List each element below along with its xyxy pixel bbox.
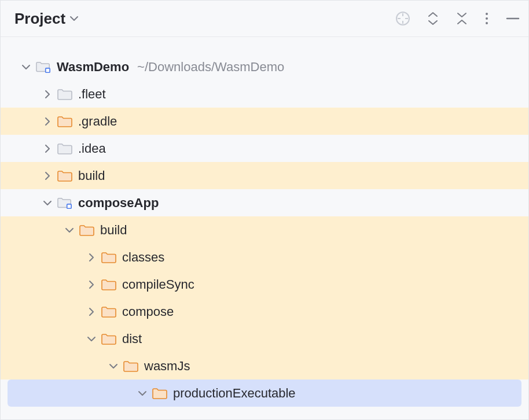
chevron-down-icon[interactable] <box>20 61 32 73</box>
node-label: dist <box>122 331 142 347</box>
folder-icon <box>123 360 138 373</box>
chevron-down-icon[interactable] <box>85 333 98 345</box>
hide-panel-icon[interactable] <box>505 11 520 26</box>
tree-node-compilesync[interactable]: compileSync <box>1 271 528 298</box>
svg-point-7 <box>486 17 488 20</box>
tree-node-composeapp[interactable]: composeApp <box>1 189 528 216</box>
node-label: compose <box>122 304 174 319</box>
folder-icon <box>101 251 116 264</box>
node-label: build <box>100 223 127 238</box>
folder-icon <box>57 88 72 101</box>
svg-point-8 <box>486 22 488 24</box>
tree-node-dist[interactable]: dist <box>1 325 528 352</box>
folder-icon <box>101 333 116 345</box>
chevron-right-icon[interactable] <box>41 88 54 101</box>
node-label: productionExecutable <box>173 386 296 401</box>
chevron-right-icon[interactable] <box>85 251 98 264</box>
node-label: build <box>78 168 105 183</box>
module-folder-icon <box>57 197 72 209</box>
project-tree: WasmDemo ~/Downloads/WasmDemo .fleet .gr… <box>1 37 528 410</box>
chevron-down-icon[interactable] <box>136 387 149 400</box>
view-selector-dropdown[interactable] <box>69 13 79 24</box>
folder-icon <box>57 142 72 155</box>
chevron-down-icon[interactable] <box>107 360 120 373</box>
folder-icon <box>79 224 94 237</box>
tree-node-composeapp-build[interactable]: build <box>1 216 528 244</box>
chevron-right-icon[interactable] <box>41 142 54 155</box>
tree-node-build-top[interactable]: build <box>1 162 528 189</box>
svg-point-6 <box>486 13 488 15</box>
tree-node-gradle[interactable]: .gradle <box>1 108 528 135</box>
folder-icon <box>101 278 116 291</box>
chevron-down-icon[interactable] <box>63 224 76 237</box>
expand-all-icon[interactable] <box>427 11 439 26</box>
chevron-down-icon[interactable] <box>41 197 54 209</box>
node-label: composeApp <box>78 196 159 211</box>
module-folder-icon <box>36 61 51 73</box>
node-label: classes <box>122 250 164 265</box>
chevron-right-icon[interactable] <box>41 115 54 128</box>
node-label: .idea <box>78 141 106 156</box>
chevron-right-icon[interactable] <box>41 170 54 182</box>
folder-icon <box>152 387 167 400</box>
node-label: WasmDemo <box>57 60 129 75</box>
tree-node-root[interactable]: WasmDemo ~/Downloads/WasmDemo <box>1 53 528 80</box>
tree-node-idea[interactable]: .idea <box>1 135 528 162</box>
node-label: wasmJs <box>144 359 190 374</box>
tree-node-wasmjs[interactable]: wasmJs <box>1 352 528 380</box>
tree-node-productionexecutable[interactable]: productionExecutable <box>8 380 521 407</box>
collapse-all-icon[interactable] <box>455 11 468 26</box>
header-actions <box>395 11 520 26</box>
tree-node-classes[interactable]: classes <box>1 244 528 271</box>
folder-icon <box>57 115 72 128</box>
tree-node-compose[interactable]: compose <box>1 298 528 325</box>
folder-icon <box>57 170 72 182</box>
tree-node-fleet[interactable]: .fleet <box>1 80 528 108</box>
select-opened-file-icon[interactable] <box>395 11 410 26</box>
node-label: .fleet <box>78 87 106 102</box>
more-options-icon[interactable] <box>484 11 489 26</box>
folder-icon <box>101 305 116 318</box>
project-tool-window-header: Project <box>1 1 528 37</box>
chevron-right-icon[interactable] <box>85 305 98 318</box>
chevron-right-icon[interactable] <box>85 278 98 291</box>
node-label: .gradle <box>78 114 117 129</box>
node-label: compileSync <box>122 277 194 292</box>
node-path: ~/Downloads/WasmDemo <box>137 60 284 75</box>
panel-title: Project <box>14 10 65 28</box>
